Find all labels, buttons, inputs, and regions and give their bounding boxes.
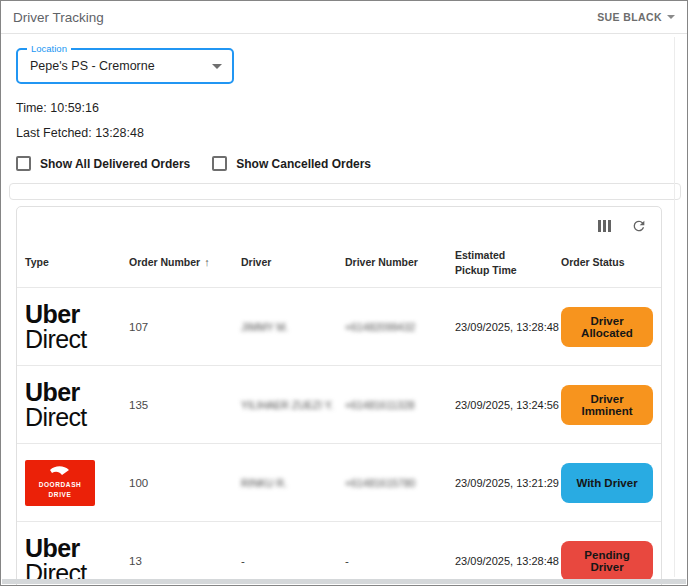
chevron-down-icon	[212, 64, 222, 69]
doordash-wing-icon	[49, 465, 71, 478]
column-header-driver-number[interactable]: Driver Number	[345, 255, 455, 270]
chevron-down-icon	[667, 15, 675, 19]
table-row: Uber Direct 13 - - 23/09/2025, 13:28:48 …	[17, 521, 661, 586]
driver-tracking-window: Driver Tracking SUE BLACK Location Pepe'…	[0, 0, 688, 586]
uber-direct-logo: Uber Direct	[25, 380, 129, 429]
driver-name-cell: RINKU R.	[241, 477, 345, 489]
checkbox-show-cancelled[interactable]: Show Cancelled Orders	[212, 156, 371, 171]
table-toolbar	[17, 207, 661, 239]
order-number-cell: 100	[129, 477, 241, 489]
horizontal-scrollbar[interactable]	[2, 579, 686, 584]
order-number-cell: 13	[129, 555, 241, 567]
user-menu[interactable]: SUE BLACK	[597, 11, 675, 23]
driver-number-cell: +61481611328	[345, 399, 455, 411]
table-row: Uber Direct 135 YILIHAER ZUEZI Y. +61481…	[17, 365, 661, 443]
table-header-row: Type Order Number↑ Driver Driver Number …	[17, 239, 661, 287]
driver-number-cell: +61482099432	[345, 321, 455, 333]
column-header-pickup-time[interactable]: Estimated Pickup Time	[455, 248, 537, 278]
vertical-scrollbar[interactable]	[674, 37, 675, 577]
current-time-line: Time: 10:59:16	[16, 101, 679, 115]
orders-table-card: Type Order Number↑ Driver Driver Number …	[16, 206, 662, 586]
column-header-driver[interactable]: Driver	[241, 255, 345, 270]
order-status-button[interactable]: Pending Driver	[561, 541, 653, 581]
driver-name-cell: JIMMY M.	[241, 321, 345, 333]
checkbox-box-icon[interactable]	[212, 156, 227, 171]
column-header-order-number[interactable]: Order Number↑	[129, 255, 241, 271]
columns-icon[interactable]	[598, 220, 611, 232]
uber-direct-logo: Uber Direct	[25, 302, 129, 351]
refresh-icon[interactable]	[631, 218, 647, 234]
pickup-time-cell: 23/09/2025, 13:28:48	[455, 321, 561, 333]
driver-name-cell: -	[241, 555, 345, 567]
empty-notice-bar	[9, 183, 681, 200]
filter-checkboxes: Show All Delivered Orders Show Cancelled…	[16, 156, 679, 171]
order-number-cell: 135	[129, 399, 241, 411]
top-bar: Driver Tracking SUE BLACK	[1, 1, 687, 34]
checkbox-show-delivered-label: Show All Delivered Orders	[40, 157, 190, 171]
driver-number-cell: -	[345, 555, 455, 567]
location-select-value: Pepe's PS - Cremorne	[30, 59, 155, 73]
uber-direct-logo: Uber Direct	[25, 536, 129, 585]
content-area: Location Pepe's PS - Cremorne Time: 10:5…	[1, 34, 687, 586]
last-fetched-label: Last Fetched:	[16, 126, 92, 140]
user-menu-label: SUE BLACK	[597, 11, 662, 23]
checkbox-show-delivered[interactable]: Show All Delivered Orders	[16, 156, 190, 171]
column-header-type[interactable]: Type	[25, 255, 129, 270]
sort-ascending-icon[interactable]: ↑	[204, 256, 210, 268]
order-status-button[interactable]: Driver Allocated	[561, 307, 653, 347]
time-label: Time:	[16, 101, 47, 115]
checkbox-show-cancelled-label: Show Cancelled Orders	[236, 157, 371, 171]
location-select-label: Location	[27, 43, 71, 54]
last-fetched-value: 13:28:48	[95, 126, 144, 140]
location-select[interactable]: Location Pepe's PS - Cremorne	[16, 48, 234, 84]
pickup-time-cell: 23/09/2025, 13:24:56	[455, 399, 561, 411]
pickup-time-cell: 23/09/2025, 13:21:29	[455, 477, 561, 489]
time-value: 10:59:16	[50, 101, 99, 115]
checkbox-box-icon[interactable]	[16, 156, 31, 171]
last-fetched-line: Last Fetched: 13:28:48	[16, 126, 679, 140]
order-status-button[interactable]: With Driver	[561, 463, 653, 503]
table-row: DOORDASH DRIVE 100 RINKU R. +61481615780…	[17, 443, 661, 521]
doordash-drive-logo: DOORDASH DRIVE	[25, 460, 95, 506]
table-row: Uber Direct 107 JIMMY M. +61482099432 23…	[17, 287, 661, 365]
order-status-button[interactable]: Driver Imminent	[561, 385, 653, 425]
order-number-cell: 107	[129, 321, 241, 333]
driver-name-cell: YILIHAER ZUEZI Y.	[241, 399, 345, 411]
pickup-time-cell: 23/09/2025, 13:28:48	[455, 555, 561, 567]
page-title: Driver Tracking	[13, 10, 104, 25]
driver-number-cell: +61481615780	[345, 477, 455, 489]
column-header-order-status[interactable]: Order Status	[561, 255, 653, 270]
